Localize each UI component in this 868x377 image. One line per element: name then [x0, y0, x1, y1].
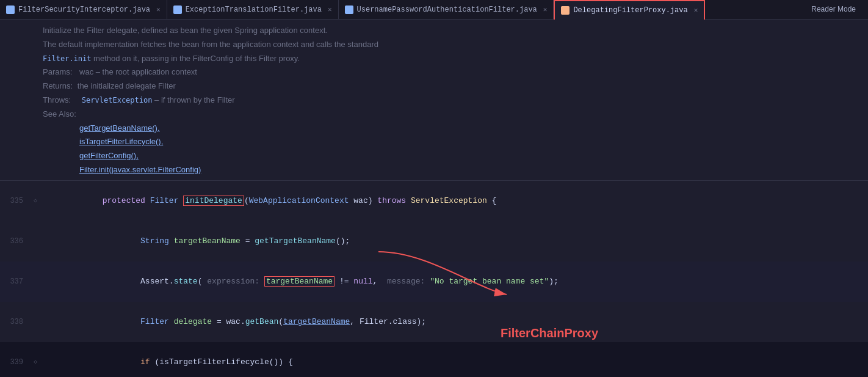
hint-message: message:	[387, 277, 430, 286]
tab-close-btn-4[interactable]: ✕	[694, 6, 698, 14]
tab-username-password[interactable]: UsernamePasswordAuthenticationFilter.jav…	[339, 0, 554, 20]
tab-close-btn-3[interactable]: ✕	[543, 5, 548, 13]
var-delegate: delegate	[174, 317, 212, 326]
type-filter: Filter	[150, 196, 184, 205]
tab-label-3: UsernamePasswordAuthenticationFilter.jav…	[357, 5, 537, 14]
filter-chain-proxy-label: FilterChainProxy	[501, 326, 598, 340]
doc-section: Initialize the Filter delegate, defined …	[0, 20, 868, 181]
string-no-target: "No target bean name set"	[430, 277, 549, 286]
doc-throws: Throws: ServletException – if thrown by …	[43, 94, 856, 107]
code-line-338: 338 Filter delegate = wac.getBean(target…	[0, 302, 868, 342]
code-335-content: protected Filter initDelegate(WebApplica…	[40, 181, 868, 221]
doc-params: Params: wac – the root application conte…	[43, 66, 856, 79]
tab-bar: FilterSecurityInterceptor.java ✕ Excepti…	[0, 0, 868, 20]
code-338-content: Filter delegate = wac.getBean(targetBean…	[40, 302, 868, 342]
code-area: Initialize the Filter delegate, defined …	[0, 20, 868, 377]
doc-see-link-4[interactable]: Filter.init(javax.servlet.FilterConfig)	[43, 164, 856, 177]
doc-see-link-3[interactable]: getFilterConfig(),	[43, 150, 856, 163]
method-getTargetBeanName: getTargetBeanName	[255, 236, 336, 246]
var-targetBeanName: targetBeanName	[174, 236, 241, 246]
code-337-content: Assert.state( expression: targetBeanName…	[40, 262, 868, 302]
code-line-336: 336 String targetBeanName = getTargetBea…	[0, 221, 868, 262]
code-line-337: 337 Assert.state( expression: targetBean…	[0, 262, 868, 302]
gutter-icon-339: ◇	[31, 356, 40, 369]
gutter-icon-335: ◇	[31, 194, 40, 208]
doc-line-1: Initialize the Filter delegate, defined …	[43, 24, 856, 37]
reader-mode-label: Reader Mode	[811, 5, 856, 13]
doc-see-also-label: See Also:	[43, 108, 856, 121]
doc-see-link-2[interactable]: isTargetFilterLifecycle(),	[43, 136, 856, 148]
tab-delegating-filter-proxy[interactable]: DelegatingFilterProxy.java ✕	[554, 0, 705, 20]
type-filter-2: Filter	[140, 317, 174, 326]
hint-expression: expression:	[207, 277, 264, 286]
keyword-protected: protected	[103, 196, 150, 205]
line-num-335: 335	[0, 194, 31, 208]
tab-label-2: ExceptionTranslationFilter.java	[186, 5, 322, 14]
line-num-337: 337	[0, 275, 31, 288]
keyword-if: if	[140, 357, 154, 367]
doc-see-link-1[interactable]: getTargetBeanName(),	[43, 122, 856, 135]
link-targetBeanName[interactable]: targetBeanName	[283, 317, 350, 326]
tab-label: FilterSecurityInterceptor.java	[18, 5, 150, 14]
tab-exception-translation[interactable]: ExceptionTranslationFilter.java ✕	[167, 0, 339, 20]
main-content: Initialize the Filter delegate, defined …	[0, 20, 868, 377]
method-getBean: getBean	[245, 317, 279, 326]
class-servletexception: ServletException	[411, 196, 492, 205]
code-336-content: String targetBeanName = getTargetBeanNam…	[40, 221, 868, 262]
code-line-335: 335 ◇ protected Filter initDelegate(WebA…	[0, 181, 868, 221]
var-targetBeanName-2: targetBeanName	[264, 276, 335, 287]
java-file-icon	[6, 5, 15, 14]
method-state: state	[174, 277, 198, 286]
java-file-icon-2	[173, 5, 182, 14]
line-num-339: 339	[0, 356, 31, 369]
java-file-icon-4	[561, 6, 570, 15]
method-initDelegate: initDelegate	[183, 196, 244, 206]
tab-label-4: DelegatingFilterProxy.java	[573, 6, 687, 15]
java-file-icon-3	[345, 5, 353, 14]
code-line-339: 339 ◇ if (isTargetFilterLifecycle()) {	[0, 342, 868, 377]
doc-returns: Returns: the initialized delegate Filter	[43, 80, 856, 93]
tab-close-btn[interactable]: ✕	[156, 5, 161, 13]
type-string: String	[140, 236, 174, 246]
doc-line-2: The default implementation fetches the b…	[43, 38, 856, 51]
code-container: 335 ◇ protected Filter initDelegate(WebA…	[0, 181, 868, 377]
code-339-content: if (isTargetFilterLifecycle()) {	[40, 342, 868, 377]
line-num-336: 336	[0, 235, 31, 248]
line-num-338: 338	[0, 315, 31, 329]
tab-close-btn-2[interactable]: ✕	[328, 5, 332, 13]
keyword-throws: throws	[377, 196, 411, 205]
tab-filter-security[interactable]: FilterSecurityInterceptor.java ✕	[0, 0, 167, 20]
keyword-null: null	[353, 277, 372, 286]
doc-line-2b: Filter.init method on it, passing in the…	[43, 53, 856, 65]
type-webappcontext: WebApplicationContext	[249, 196, 349, 205]
